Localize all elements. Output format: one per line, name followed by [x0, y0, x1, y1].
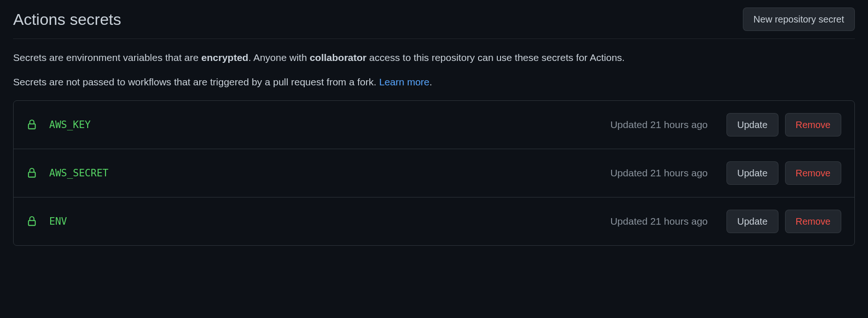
secret-updated-time: Updated 21 hours ago — [610, 216, 708, 227]
lock-icon — [27, 215, 37, 227]
desc-strong-collaborator: collaborator — [310, 52, 367, 63]
desc-text: . Anyone with — [248, 52, 310, 63]
secret-row: AWS_SECRET Updated 21 hours ago Update R… — [14, 149, 854, 197]
lock-icon — [27, 167, 37, 179]
secrets-list: AWS_KEY Updated 21 hours ago Update Remo… — [13, 100, 855, 246]
update-button[interactable]: Update — [726, 161, 778, 185]
secret-updated-time: Updated 21 hours ago — [610, 167, 708, 179]
secret-updated-time: Updated 21 hours ago — [610, 119, 708, 130]
remove-button[interactable]: Remove — [785, 210, 841, 233]
secret-row: ENV Updated 21 hours ago Update Remove — [14, 197, 854, 245]
desc-strong-encrypted: encrypted — [202, 52, 248, 63]
learn-more-link[interactable]: Learn more — [379, 76, 429, 87]
new-repository-secret-button[interactable]: New repository secret — [743, 8, 855, 31]
lock-icon — [27, 119, 37, 131]
remove-button[interactable]: Remove — [785, 113, 841, 136]
description-block: Secrets are environment variables that a… — [13, 50, 855, 89]
desc-text: . — [429, 76, 432, 87]
remove-button[interactable]: Remove — [785, 161, 841, 185]
description-line-1: Secrets are environment variables that a… — [13, 50, 855, 65]
update-button[interactable]: Update — [726, 210, 778, 233]
row-actions: Update Remove — [726, 113, 841, 136]
row-actions: Update Remove — [726, 161, 841, 185]
desc-text: Secrets are not passed to workflows that… — [13, 76, 379, 87]
secret-name: AWS_SECRET — [49, 167, 610, 179]
secret-name: ENV — [49, 216, 610, 227]
row-actions: Update Remove — [726, 210, 841, 233]
desc-text: Secrets are environment variables that a… — [13, 52, 202, 63]
secret-row: AWS_KEY Updated 21 hours ago Update Remo… — [14, 101, 854, 149]
page-title: Actions secrets — [13, 10, 121, 29]
page-header: Actions secrets New repository secret — [13, 8, 855, 39]
description-line-2: Secrets are not passed to workflows that… — [13, 75, 855, 90]
secret-name: AWS_KEY — [49, 119, 610, 130]
update-button[interactable]: Update — [726, 113, 778, 136]
desc-text: access to this repository can use these … — [367, 52, 625, 63]
